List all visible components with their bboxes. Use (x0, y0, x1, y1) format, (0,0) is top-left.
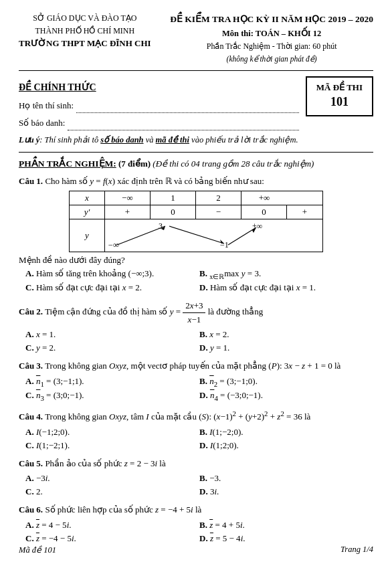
school-name: TRƯỜNG THPT MẠC ĐĨNH CHI (19, 37, 151, 50)
exam-info: ĐỀ KIỂM TRA HỌC KỲ II NĂM HỌC 2019 – 202… (170, 12, 373, 65)
q6-answers: A. z = 4 − 5i. B. z = 4 + 5i. C. z = −4 … (25, 519, 373, 545)
ho-ten-row: Họ tên thí sinh: (19, 97, 299, 114)
ma-de-thi-emphasis: mã đề thi (156, 135, 189, 145)
ma-de-box: MÃ ĐỀ THI 101 (306, 76, 373, 116)
var-x-pos-inf: +∞ (241, 191, 287, 205)
var-row-y: y −∞ 3 −1 +∞ (70, 219, 322, 252)
q1-d-text: Hàm số đạt cực đại tại x = 1. (210, 282, 316, 292)
q2-answer-b: B. x = 2. (199, 329, 373, 341)
q1-answer-d: D. Hàm số đạt cực đại tại x = 1. (199, 282, 373, 294)
q1-answer-c: C. Hàm số đạt cực đại tại x = 2. (25, 282, 199, 294)
city-label: THÀNH PHỐ HỒ CHÍ MINH (19, 25, 151, 37)
q1-answer-b: B. x∈ℝmax y = 3. (199, 268, 373, 281)
variation-table: x −∞ 1 2 +∞ y' + 0 − 0 + y −∞ 3 (69, 191, 323, 252)
q3-answer-b: B. n2 = (3;−1;0). (199, 375, 373, 389)
phan-trac-nghiem-title: PHẦN TRẮC NGHIỆM: (19, 159, 116, 169)
so-bao-danh-dots (68, 130, 298, 130)
exam-title: ĐỀ KIỂM TRA HỌC KỲ II NĂM HỌC 2019 – 202… (170, 12, 373, 27)
q5-answers: A. −3i. B. −3. C. 2. D. 3i. (25, 472, 373, 498)
so-bao-danh-emphasis: số báo danh (100, 135, 143, 145)
var-y-label: y (70, 219, 105, 252)
part-info: Phần Trắc Nghiệm - Thời gian: 60 phút (170, 40, 373, 53)
so-bao-danh-row: Số báo danh: (19, 114, 299, 132)
question-3: Câu 3. Trong không gian Oxyz, một vectơ … (19, 359, 373, 373)
q6-answer-c: C. z = −4 − 5i. (25, 533, 199, 545)
q4-answer-c: C. I(1;−2;1). (25, 440, 199, 452)
q1-c-text: Hàm số đạt cực đại tại x = 2. (36, 282, 142, 292)
q2-answer-d: D. y = 1. (199, 342, 373, 354)
q3-answer-a: A. n1 = (3;−1;1). (25, 375, 199, 389)
svg-line-2 (117, 226, 165, 245)
header-divider (19, 70, 373, 71)
var-yprime-plus1: + (105, 205, 151, 219)
luu-y-text: Lưu ý: Thí sinh phải tô số báo danh và m… (19, 134, 373, 145)
question-6: Câu 6. Số phức liên hợp của số phức z = … (19, 503, 373, 517)
phan-trac-nghiem-header: PHẦN TRẮC NGHIỆM: (7 điểm) (Đề thi có 04… (19, 158, 373, 169)
svg-line-8 (228, 227, 256, 245)
footer-page: Trang 1/4 (340, 545, 373, 555)
ho-ten-label: Họ tên thí sinh: (19, 97, 74, 114)
section-divider (19, 152, 373, 153)
q3-answers: A. n1 = (3;−1;1). B. n2 = (3;−1;0). C. n… (25, 375, 373, 403)
subject-label: Môn thi: TOÁN – KHỐI 12 (170, 27, 373, 40)
q4-answer-a: A. I(−1;2;0). (25, 426, 199, 438)
q1-b-label: B. (199, 268, 207, 278)
q1-answers: A. Hàm số tăng trên khoảng (−∞;3). B. x∈… (25, 268, 373, 294)
de-chinh-thuc-label: ĐỀ CHÍNH THỨC (19, 82, 299, 93)
q1-text: Câu 1. Cho hàm số y = f(x) xác định trên… (19, 176, 264, 186)
q2-answer-c: C. y = 2. (25, 342, 199, 354)
question-1: Câu 1. Cho hàm số y = f(x) xác định trên… (19, 175, 373, 188)
var-x-neg-inf: −∞ (105, 191, 151, 205)
var-x-label: x (70, 191, 105, 205)
time-note: (không kể thời gian phát đề) (170, 53, 373, 65)
question-5: Câu 5. Phần ảo của số phức z = 2 − 3i là (19, 457, 373, 470)
luu-y-prefix: Lưu ý: Thí sinh phải tô (19, 135, 100, 145)
q2-answers: A. x = 1. B. x = 2. C. y = 2. D. y = 1. (25, 329, 373, 354)
var-x-2: 2 (196, 191, 241, 205)
q6-answer-d: D. z = 5 − 4i. (199, 533, 373, 545)
page-header: SỞ GIÁO DỤC VÀ ĐÀO TẠO THÀNH PHỐ HỒ CHÍ … (19, 12, 373, 65)
q1-c-label: C. (25, 282, 34, 292)
phan-trac-nghiem-note: (Đề thi có 04 trang gồm 28 câu trắc nghi… (153, 159, 314, 169)
q5-answer-a: A. −3i. (25, 472, 199, 484)
q1-answer-a: A. Hàm số tăng trên khoảng (−∞;3). (25, 268, 199, 281)
phan-trac-nghiem-points: (7 điểm) (118, 159, 151, 169)
so-bao-danh-label: Số báo danh: (19, 114, 65, 132)
q6-answer-a: A. z = 4 − 5i. (25, 519, 199, 531)
var-y-diagram: −∞ 3 −1 +∞ (105, 219, 322, 252)
var-yprime-plus2: + (287, 205, 322, 219)
q4-answer-d: D. I(1;2;0). (199, 440, 373, 452)
var-yprime-label: y' (70, 205, 105, 219)
q4-answers: A. I(−1;2;0). B. I(1;−2;0). C. I(1;−2;1)… (25, 426, 373, 452)
ma-de-label: MÃ ĐỀ THI (316, 82, 363, 94)
q3-answer-d: D. n4 = (−3;0;−1). (199, 389, 373, 403)
q1-a-label: A. (25, 268, 34, 278)
q1-d-label: D. (199, 282, 208, 292)
var-row-yprime: y' + 0 − 0 + (70, 205, 322, 219)
var-row-x: x −∞ 1 2 +∞ (70, 191, 322, 205)
var-x-1: 1 (151, 191, 196, 205)
footer-ma-de: Mã đề 101 (19, 545, 56, 555)
ho-ten-dots (76, 112, 299, 113)
ministry-label: SỞ GIÁO DỤC VÀ ĐÀO TẠO (19, 12, 151, 25)
question-2: Câu 2. Tiệm cận đứng của đồ thị hàm số y… (19, 299, 373, 326)
variation-svg: −∞ 3 −1 +∞ (105, 219, 322, 252)
q3-answer-c: C. n3 = (3;0;−1). (25, 389, 199, 403)
q5-answer-c: C. 2. (25, 486, 199, 498)
var-table-outer: x −∞ 1 2 +∞ y' + 0 − 0 + y −∞ 3 (69, 191, 323, 252)
q5-answer-d: D. 3i. (199, 486, 373, 498)
ma-de-number: 101 (316, 94, 363, 110)
svg-line-5 (169, 226, 224, 244)
student-fields: ĐỀ CHÍNH THỨC Họ tên thí sinh: Số báo da… (19, 76, 299, 132)
var-yprime-0-1: 0 (151, 205, 196, 219)
q1-a-text: Hàm số tăng trên khoảng (−∞;3). (36, 268, 154, 278)
school-info: SỞ GIÁO DỤC VÀ ĐÀO TẠO THÀNH PHỐ HỒ CHÍ … (19, 12, 151, 50)
var-yprime-0-2: 0 (241, 205, 287, 219)
q5-answer-b: B. −3. (199, 472, 373, 484)
de-chinh-thuc-row: ĐỀ CHÍNH THỨC Họ tên thí sinh: Số báo da… (19, 76, 373, 132)
q6-answer-b: B. z = 4 + 5i. (199, 519, 373, 531)
luu-y-end: vào phiếu trả lời trắc nghiệm. (189, 135, 298, 145)
q2-answer-a: A. x = 1. (25, 329, 199, 341)
student-info: Họ tên thí sinh: Số báo danh: (19, 97, 299, 132)
question-4: Câu 4. Trong không gian Oxyz, tâm I của … (19, 408, 373, 424)
